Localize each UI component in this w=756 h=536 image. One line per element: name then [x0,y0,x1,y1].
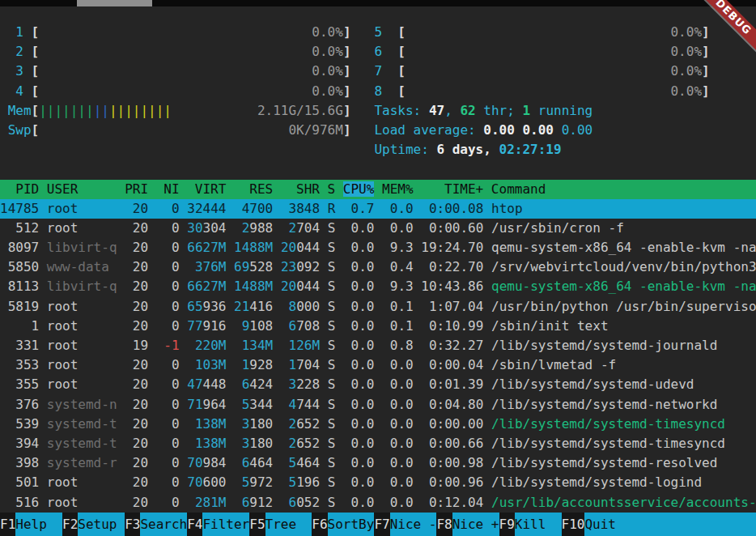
fkey-action-label: Search [140,513,187,536]
process-row[interactable]: 331 root 19 -1 220M 134M 126M S 0.0 0.8 … [0,336,756,355]
memory-meter-row: Mem[||||||||||||||||| 2.11G/15.6G] Tasks… [0,101,756,121]
fkey-action-label: Nice + [452,513,499,536]
table-header-row[interactable]: PID USER PRI NI VIRT RES SHR S CPU% MEM%… [0,180,756,199]
fkey-action-label: SortBy [328,513,375,536]
process-row[interactable]: 539 systemd-t 20 0 138M 3180 2652 S 0.0 … [0,415,756,434]
fkey-action-label: Tree [265,513,312,536]
window-top-strip [0,0,756,6]
fkey-action-label: Kill [515,513,562,536]
process-row[interactable]: 1 root 20 0 77916 9108 6708 S 0.0 0.1 0:… [0,317,756,336]
fkey-key-label: F1 [0,513,15,536]
function-key-bar: F1Help F2Setup F3SearchF4FilterF5Tree F6… [0,513,756,536]
process-row[interactable]: 501 root 20 0 70600 5972 5196 S 0.0 0.0 … [0,473,756,492]
process-row[interactable]: 8097 libvirt-q 20 0 6627M 1488M 20044 S … [0,238,756,257]
fkey-action-label: Filter [202,513,249,536]
process-row[interactable]: 353 root 20 0 103M 1928 1704 S 0.0 0.0 0… [0,355,756,375]
process-row[interactable]: 516 root 20 0 281M 6912 6052 S 0.0 0.0 0… [0,493,756,513]
htop-content: 1 [ 0.0%] 5 [ 0.0%] 2 [ 0.0%] 6 [ 0.0%] … [0,23,756,513]
fkey-key-label: F6 [312,513,327,536]
blank-row [0,160,756,179]
process-row[interactable]: 8113 libvirt-q 20 0 6627M 1488M 20044 S … [0,277,756,296]
tab-strip-segment[interactable] [77,0,152,6]
process-row[interactable]: 5819 root 20 0 65936 21416 8000 S 0.0 0.… [0,297,756,317]
swap-meter-row: Swp[ 0K/976M] Load average: 0.00 0.00 0.… [0,121,756,140]
fkey-key-label: F4 [187,513,202,536]
process-row[interactable]: 14785 root 20 0 32444 4700 3848 R 0.7 0.… [0,199,756,219]
fkey-action-label: Setup [78,513,125,536]
fkey-key-label: F3 [125,513,140,536]
fkey-key-label: F7 [374,513,389,536]
fkey-key-label: F10 [562,513,585,536]
fkey-key-label: F5 [249,513,265,536]
process-row[interactable]: 355 root 20 0 47448 6424 3228 S 0.0 0.0 … [0,375,756,394]
fkey-key-label: F9 [499,513,515,536]
cpu-meter-row-1: 1 [ 0.0%] 5 [ 0.0%] [0,23,756,42]
process-row[interactable]: 376 systemd-n 20 0 71964 5344 4744 S 0.0… [0,395,756,415]
process-row[interactable]: 512 root 20 0 30304 2988 2704 S 0.0 0.0 … [0,219,756,238]
fkey-action-label: Nice - [390,513,437,536]
process-row[interactable]: 5850 www-data 20 0 376M 69528 23092 S 0.… [0,257,756,277]
htop-terminal-screen: DEBUG 1 [ 0.0%] 5 [ 0.0%] 2 [ 0.0%] 6 [ … [0,0,756,536]
column-header-cpu[interactable]: CPU% [343,181,375,197]
cpu-meter-row-4: 4 [ 0.0%] 8 [ 0.0%] [0,82,756,101]
fkey-action-label: Help [15,513,62,536]
uptime-row: Uptime: 6 days, 02:27:19 [0,140,756,160]
fkey-key-label: F8 [436,513,452,536]
process-row[interactable]: 394 systemd-t 20 0 138M 3180 2652 S 0.0 … [0,434,756,453]
process-row[interactable]: 398 systemd-r 20 0 70984 6464 5464 S 0.0… [0,453,756,473]
fkey-key-label: F2 [62,513,78,536]
cpu-meter-row-2: 2 [ 0.0%] 6 [ 0.0%] [0,42,756,62]
cpu-meter-row-3: 3 [ 0.0%] 7 [ 0.0%] [0,62,756,81]
fkey-action-label: Quit [584,513,756,536]
